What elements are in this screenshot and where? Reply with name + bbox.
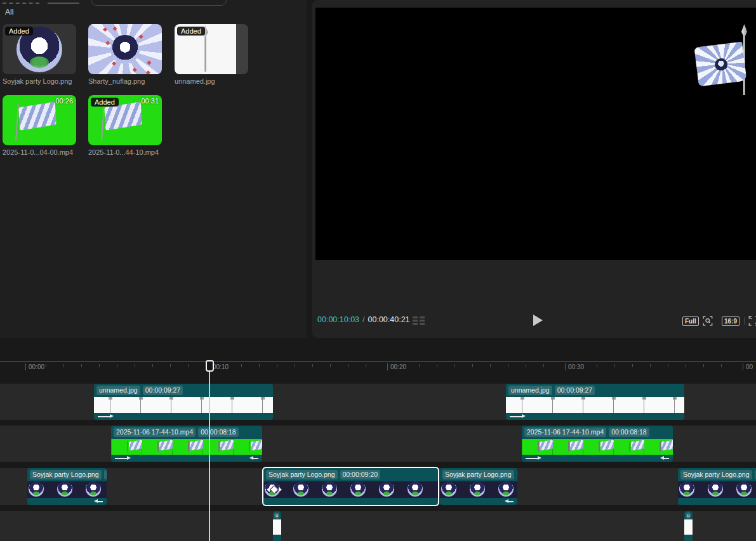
tab-underline-active [48, 3, 79, 4]
frame-view-icon[interactable] [413, 316, 425, 325]
timeline-ruler[interactable]: 00:00 00:10 00:20 00:30 00 [0, 362, 756, 376]
speed-arrow-icon [526, 458, 538, 459]
ruler-tick [419, 364, 420, 367]
timeline-clip-mp4-2[interactable]: 2025-11-06 17-44-10.mp4 00:00:08:18 [522, 426, 673, 462]
clip-duration-badge: 00:31 [141, 97, 159, 105]
logo-frame-thumbnail [736, 481, 752, 497]
keyframe-nav-icon[interactable] [267, 486, 282, 493]
media-thumbnail[interactable]: Added 00:31 [88, 95, 162, 145]
clip-header: u [273, 511, 281, 519]
media-item-video-44-10[interactable]: Added 00:31 2025-11-0...44-10.mp4 [88, 95, 162, 156]
clip-filmstrip [273, 519, 281, 535]
trim-arrow-icon[interactable] [97, 501, 103, 502]
ruler-tick [401, 364, 402, 367]
spear-shaft-art [204, 35, 206, 72]
clip-header: Soyjak party Logo.png 00:00:09:20 [263, 468, 438, 481]
timeline-clip-logo-1[interactable]: Soyjak party Logo.png 00 [27, 468, 107, 505]
clip-header: Soyjak party Logo.png 00 [678, 468, 756, 481]
ruler-tick [117, 364, 117, 367]
timeline-clip-logo-2[interactable]: Soyjak party Logo.png 00 [440, 468, 517, 505]
clip-footer [440, 498, 517, 505]
clip-filmstrip [94, 397, 273, 413]
media-thumbnail[interactable]: Added [175, 24, 248, 74]
ruler-tick [259, 364, 260, 367]
timeline: 00:00 00:10 00:20 00:30 00 unnamed.jpg 0… [0, 362, 756, 541]
search-box-clipped[interactable] [91, 0, 227, 6]
ruler-tick [543, 364, 544, 367]
ruler-tick [579, 364, 580, 367]
clip-duration: 00:00:09:27 [555, 386, 595, 395]
added-badge: Added [177, 27, 205, 36]
ruler-label: 00 [743, 363, 753, 370]
full-quality-button[interactable]: Full [682, 316, 699, 326]
aspect-ratio-button[interactable]: 16:9 [722, 316, 739, 326]
clip-footer [94, 413, 273, 420]
logo-frame-thumbnail [57, 481, 72, 497]
clip-duration: 00:00:09:27 [143, 386, 183, 395]
ruler-tick [650, 364, 651, 367]
clip-filmstrip [27, 481, 107, 498]
flag-frame-thumbnail [220, 440, 234, 451]
media-item-video-04-00[interactable]: 00:26 2025-11-0...04-00.mp4 [3, 95, 76, 156]
clip-name: u [274, 512, 279, 519]
fit-zoom-icon[interactable] [702, 315, 713, 327]
clip-header: 2025-11-06 17-44-10.mp4 00:00:08:18 [111, 426, 262, 439]
media-item-name: unnamed.jpg [175, 77, 248, 85]
trim-arrow-icon[interactable] [663, 458, 669, 459]
fullscreen-icon[interactable] [748, 315, 756, 327]
clip-duration: 00:00:09:20 [340, 470, 380, 479]
timeline-clip-mini-2[interactable]: u [684, 511, 693, 541]
media-item-soyjak-logo[interactable]: Added Soyjak party Logo.png [3, 24, 76, 85]
logo-frame-thumbnail [679, 481, 694, 497]
ruler-tick [703, 364, 704, 367]
clip-header: Soyjak party Logo.png 00 [440, 468, 517, 481]
playhead-line [209, 370, 210, 541]
clip-header: unnamed.jpg 00:00:09:27 [506, 384, 684, 397]
timeline-clip-mp4-1[interactable]: 2025-11-06 17-44-10.mp4 00:00:08:18 [111, 426, 262, 462]
media-section-label: All [5, 8, 13, 16]
timeline-clip-unnamed-2[interactable]: unnamed.jpg 00:00:09:27 [506, 384, 684, 420]
clip-name: unnamed.jpg [508, 386, 552, 395]
preview-flag-emblem [714, 58, 728, 72]
media-item-name: 2025-11-0...04-00.mp4 [3, 148, 76, 156]
timeline-clip-logo-selected[interactable]: Soyjak party Logo.png 00:00:09:20 [263, 468, 438, 505]
clip-duration: 00:00:08:18 [609, 427, 649, 437]
media-thumbnail[interactable]: 00:26 [3, 95, 76, 145]
media-thumbnail[interactable] [88, 24, 162, 74]
clip-header: 2025-11-06 17-44-10.mp4 00:00:08:18 [522, 426, 673, 439]
timeline-toolbar: Pro Free [0, 338, 756, 362]
timeline-clip-unnamed-1[interactable]: unnamed.jpg 00:00:09:27 [94, 384, 273, 420]
preview-video[interactable] [315, 8, 756, 260]
clip-footer [684, 535, 693, 541]
logo-frame-thumbnail [293, 481, 308, 497]
timeline-clip-logo-3[interactable]: Soyjak party Logo.png 00 [678, 468, 756, 505]
ruler-tick [188, 364, 189, 367]
flag-frame-thumbnail [600, 440, 614, 451]
play-button[interactable] [533, 315, 543, 326]
trim-arrow-icon[interactable] [508, 501, 514, 502]
flag-frame-thumbnail [631, 440, 644, 451]
trim-arrow-icon[interactable] [253, 458, 258, 459]
clip-filmstrip [678, 481, 756, 498]
track-3: Soyjak party Logo.png 00 Soyjak party Lo… [0, 468, 756, 505]
logo-frame-thumbnail [350, 481, 366, 497]
timeline-clip-mini-1[interactable]: u [273, 511, 281, 541]
clip-footer [27, 498, 107, 505]
media-item-unnamed-jpg[interactable]: Added unnamed.jpg [175, 24, 248, 85]
ruler-tick [508, 364, 508, 367]
media-thumbnail[interactable]: Added [3, 24, 76, 74]
ruler-label: 00:30 [565, 363, 584, 370]
clip-filmstrip [111, 439, 262, 455]
logo-frame-thumbnail [29, 481, 44, 497]
ruler-tick [81, 364, 82, 367]
clip-footer [263, 498, 438, 505]
playhead-handle[interactable] [206, 360, 214, 372]
ruler-tick [632, 364, 633, 367]
clip-name: u [686, 512, 691, 519]
media-item-name: 2025-11-0...44-10.mp4 [88, 148, 162, 156]
ruler-tick [348, 364, 348, 367]
flag-frame-thumbnail [251, 440, 262, 451]
media-item-sharty-nuflag[interactable]: Sharty_nuflag.png [88, 24, 162, 85]
clip-footer [273, 535, 281, 541]
clip-name: Soyjak party Logo.png [680, 470, 752, 479]
